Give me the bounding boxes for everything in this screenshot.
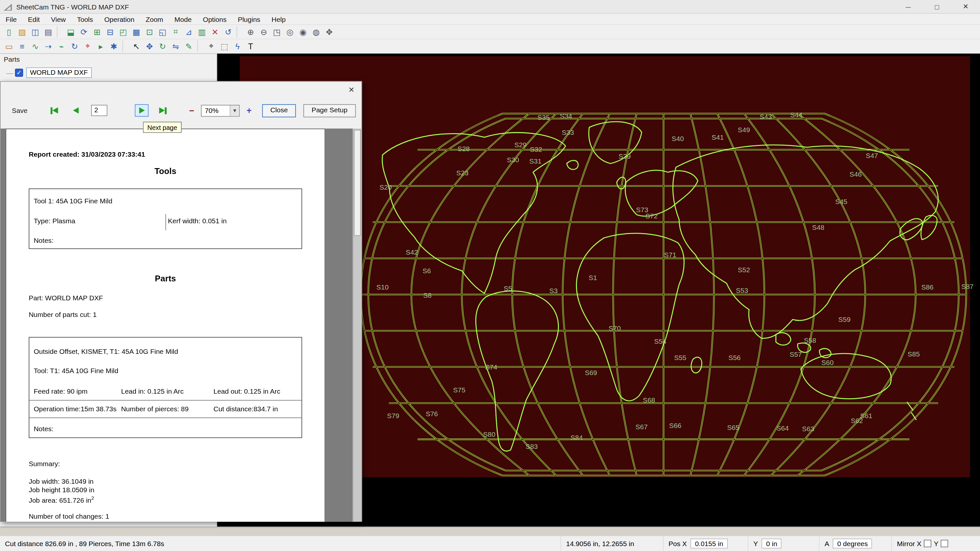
- zoom-level-value: 70%: [205, 107, 218, 114]
- maximize-button-icon[interactable]: □: [923, 0, 951, 13]
- previous-page-button[interactable]: [68, 104, 82, 116]
- print-icon[interactable]: ▤: [43, 26, 54, 37]
- set-origin-tool-icon[interactable]: ⌖: [205, 40, 217, 52]
- edit-points-tool-icon[interactable]: ✎: [183, 40, 195, 52]
- nest-parts-icon[interactable]: ▦: [130, 26, 142, 37]
- menu-operation[interactable]: Operation: [99, 14, 140, 24]
- toolpath-label: S41: [711, 133, 724, 141]
- snap-grid-icon[interactable]: ⌗: [170, 26, 181, 37]
- mirror-y-checkbox[interactable]: [941, 540, 948, 548]
- zoom-window-icon[interactable]: ◳: [271, 26, 283, 37]
- flip-part-tool-icon[interactable]: ⇋: [170, 40, 181, 52]
- parts-tree-item[interactable]: — ✓ WORLD MAP DXF: [6, 67, 216, 78]
- toolpath-label: S3: [549, 287, 558, 294]
- menu-mode[interactable]: Mode: [169, 14, 197, 24]
- job-options-icon[interactable]: ▥: [196, 26, 208, 37]
- menu-tools[interactable]: Tools: [72, 14, 99, 24]
- horizontal-scroll-strip[interactable]: [0, 527, 980, 535]
- toolpath-label: S57: [789, 351, 802, 358]
- rotate-part-tool-icon[interactable]: ↻: [157, 40, 169, 52]
- show-layers-icon[interactable]: ≡: [16, 40, 28, 52]
- simulate-cut-icon[interactable]: ▸: [95, 40, 107, 52]
- measure-icon[interactable]: ⊿: [183, 26, 195, 37]
- page-setup-button[interactable]: Page Setup: [304, 104, 356, 117]
- import-drawing-icon[interactable]: ⬓: [65, 26, 77, 37]
- next-page-button[interactable]: [135, 104, 149, 116]
- toolpath-label: S84: [570, 434, 583, 441]
- menu-zoom[interactable]: Zoom: [140, 14, 169, 24]
- show-origin-icon[interactable]: ⌖: [82, 40, 94, 52]
- quick-cut-icon[interactable]: ϟ: [232, 40, 243, 52]
- open-job-icon[interactable]: ▨: [16, 26, 28, 37]
- show-rapid-moves-icon[interactable]: ⇢: [43, 40, 54, 52]
- zoom-drawing-icon[interactable]: ◎: [284, 26, 296, 37]
- toolbar-view: ▭≡∿⇢⌁↻⌖▸✱↖✥↻⇋✎⌖⬚ϟT: [0, 39, 980, 54]
- toolpath-label: S86: [921, 283, 933, 291]
- last-page-button[interactable]: [156, 104, 170, 116]
- edit-contours-icon[interactable]: ◱: [157, 26, 169, 37]
- pos-x-value: 0.0155 in: [690, 538, 727, 549]
- zoom-level-select[interactable]: 70% ▼: [201, 105, 239, 116]
- move-part-tool-icon[interactable]: ✥: [143, 40, 155, 52]
- save-job-icon[interactable]: ◫: [29, 26, 41, 37]
- rubber-band-select-icon[interactable]: ⬚: [218, 40, 230, 52]
- cut-distance: Cut distance:834.7 in: [213, 405, 278, 413]
- duplicate-part-icon[interactable]: ◰: [117, 26, 129, 37]
- dialog-close-icon[interactable]: ✕: [345, 84, 358, 95]
- zoom-in-icon[interactable]: ⊕: [245, 26, 256, 37]
- zoom-in-button[interactable]: +: [243, 105, 255, 116]
- show-path-ends-icon[interactable]: ⌁: [56, 40, 67, 52]
- toolpath-label: S79: [387, 412, 399, 419]
- run-post-processor-icon[interactable]: ✱: [108, 40, 120, 52]
- part-visibility-checkbox[interactable]: ✓: [15, 68, 23, 77]
- toolpath-label: S58: [804, 337, 816, 344]
- toolbar-separator: [197, 40, 202, 52]
- zoom-previous-icon[interactable]: ◍: [310, 26, 322, 37]
- menu-edit[interactable]: Edit: [22, 14, 45, 24]
- undo-icon[interactable]: ↺: [222, 26, 234, 37]
- new-job-icon[interactable]: ▯: [3, 26, 15, 37]
- toolpath-label: S71: [664, 251, 676, 259]
- reload-drawing-icon[interactable]: ⟳: [78, 26, 90, 37]
- preview-scrollbar[interactable]: [353, 129, 362, 522]
- zoom-out-icon[interactable]: ⊖: [258, 26, 269, 37]
- toolpath-label: S52: [738, 266, 750, 273]
- show-cut-direction-icon[interactable]: ↻: [68, 40, 80, 52]
- part-name-label[interactable]: WORLD MAP DXF: [26, 67, 91, 78]
- menu-plugins[interactable]: Plugins: [232, 14, 266, 24]
- toolpath-label: S85: [907, 350, 920, 358]
- preview-toolbar: Save 2 − 70% ▼ + Close Page Setup: [1, 100, 361, 121]
- zoom-out-button[interactable]: −: [186, 105, 197, 116]
- next-page-icon: [139, 107, 145, 114]
- delete-part-icon[interactable]: ✕: [209, 26, 221, 37]
- text-tool-icon[interactable]: T: [245, 40, 256, 52]
- add-part-icon[interactable]: ⊞: [91, 26, 103, 37]
- graticule-grid: [361, 114, 966, 476]
- toolbar-main: ▯▨◫▤⬓⟳⊞⊟◰▦⊡◱⌗⊿▥✕↺⊕⊖◳◎◉◍✥: [0, 25, 980, 39]
- chevron-down-icon[interactable]: ▼: [230, 105, 239, 116]
- array-parts-icon[interactable]: ⊡: [143, 26, 155, 37]
- edit-part-icon[interactable]: ⊟: [104, 26, 116, 37]
- scrollbar-thumb[interactable]: [354, 130, 361, 236]
- page-number-input[interactable]: 2: [91, 105, 108, 116]
- menu-help[interactable]: Help: [266, 14, 291, 24]
- menu-options[interactable]: Options: [197, 14, 232, 24]
- close-button-icon[interactable]: ✕: [951, 0, 980, 13]
- toolpath-label: S69: [585, 369, 597, 376]
- madagascar-path: [691, 357, 702, 373]
- select-tool-icon[interactable]: ↖: [130, 40, 142, 52]
- mirror-x-checkbox[interactable]: [924, 540, 931, 548]
- show-toolpaths-icon[interactable]: ∿: [29, 40, 41, 52]
- toolpath-label: S5: [504, 285, 512, 292]
- menu-file[interactable]: File: [0, 14, 22, 24]
- menu-view[interactable]: View: [45, 14, 72, 24]
- close-preview-button[interactable]: Close: [262, 104, 296, 117]
- show-material-icon[interactable]: ▭: [3, 40, 15, 52]
- minimize-button-icon[interactable]: ─: [894, 0, 923, 13]
- south-america-path: [476, 291, 558, 451]
- pan-view-icon[interactable]: ✥: [323, 26, 335, 37]
- first-page-button[interactable]: [48, 104, 61, 116]
- tool-line: Tool 1: 45A 10G Fine Mild: [33, 197, 112, 205]
- zoom-material-icon[interactable]: ◉: [297, 26, 309, 37]
- save-button[interactable]: Save: [3, 105, 36, 116]
